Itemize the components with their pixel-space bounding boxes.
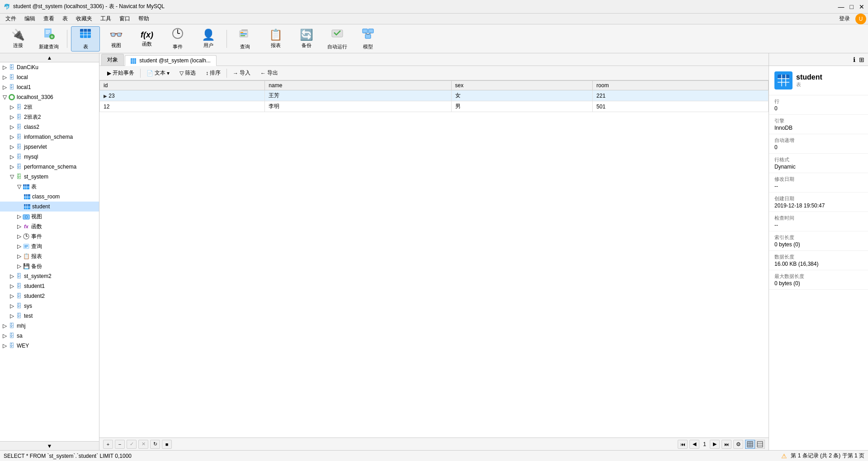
expand-icon[interactable]: ▽: [9, 174, 14, 180]
expand-icon[interactable]: ▷: [9, 164, 14, 170]
grid-panel-icon[interactable]: ⊞: [859, 56, 864, 63]
sidebar-item-class2[interactable]: ▷ 🗄 class2: [0, 122, 99, 132]
menu-favorites[interactable]: 收藏夹: [72, 14, 96, 24]
toolbar-view[interactable]: 👓 视图: [102, 26, 131, 52]
expand-icon[interactable]: ▷: [9, 114, 14, 120]
toolbar-function[interactable]: f(x) 函数: [132, 26, 161, 52]
cancel-row-button[interactable]: ✕: [138, 440, 148, 449]
expand-icon[interactable]: ▷: [16, 223, 22, 230]
expand-icon[interactable]: ▷: [16, 263, 22, 269]
sidebar-item-WEY[interactable]: ▷ 🗄 WEY: [0, 341, 99, 351]
sidebar-item-local[interactable]: ▷ 🗄 local: [0, 72, 99, 82]
expand-icon[interactable]: ▽: [16, 183, 22, 190]
add-row-button[interactable]: +: [103, 440, 113, 449]
toolbar-backup[interactable]: 🔄 备份: [292, 26, 321, 52]
expand-icon[interactable]: ▷: [9, 303, 14, 309]
filter-button[interactable]: ▽ 筛选: [175, 67, 200, 79]
page-settings-button[interactable]: ⚙: [733, 440, 743, 449]
login-button[interactable]: 登录: [835, 14, 854, 24]
sidebar-item-sys[interactable]: ▷ 🗄 sys: [0, 301, 99, 311]
tab-student[interactable]: student @st_system (localh...: [125, 55, 217, 66]
expand-icon[interactable]: ▷: [2, 84, 7, 90]
expand-icon[interactable]: ▷: [9, 104, 14, 110]
expand-icon[interactable]: ▷: [9, 313, 14, 319]
sidebar-item-student[interactable]: student: [0, 202, 99, 212]
expand-icon[interactable]: ▷: [2, 323, 7, 329]
sidebar-item-mhj[interactable]: ▷ 🗄 mhj: [0, 321, 99, 331]
info-panel-icon[interactable]: ℹ: [853, 56, 855, 63]
sidebar-item-class-room[interactable]: class_room: [0, 192, 99, 202]
remove-row-button[interactable]: −: [115, 440, 125, 449]
sidebar-item-student1[interactable]: ▷ 🗄 student1: [0, 281, 99, 291]
sidebar-item-jspservlet[interactable]: ▷ 🗄 jspservlet: [0, 142, 99, 152]
maximize-button[interactable]: □: [850, 3, 854, 10]
sidebar-item-funcs-folder[interactable]: ▷ fx 函数: [0, 221, 99, 231]
expand-icon[interactable]: ▷: [9, 154, 14, 160]
expand-icon[interactable]: ▷: [16, 213, 22, 220]
next-page-button[interactable]: ▶: [710, 440, 720, 449]
sort-button[interactable]: ↕ 排序: [202, 67, 225, 79]
toolbar-report[interactable]: 📋 报表: [261, 26, 290, 52]
toolbar-query[interactable]: 查询: [231, 26, 259, 52]
sidebar-item-events-folder[interactable]: ▷ 事件: [0, 231, 99, 241]
toolbar-user[interactable]: 👤 用户: [194, 26, 223, 52]
expand-icon[interactable]: ▷: [16, 233, 22, 240]
expand-icon[interactable]: ▷: [9, 273, 14, 279]
grid-view-button[interactable]: [745, 440, 755, 449]
sidebar-item-local1[interactable]: ▷ 🗄 local1: [0, 82, 99, 92]
refresh-button[interactable]: ↻: [150, 440, 160, 449]
expand-icon[interactable]: ▷: [2, 74, 7, 80]
begin-transaction-button[interactable]: ▶ 开始事务: [103, 67, 138, 79]
sidebar-item-mysql[interactable]: ▷ 🗄 mysql: [0, 152, 99, 162]
expand-icon[interactable]: ▷: [9, 134, 14, 140]
last-page-button[interactable]: ⏭: [722, 440, 731, 449]
sidebar-item-reports-folder[interactable]: ▷ 📋 报表: [0, 251, 99, 261]
table-row[interactable]: 12 李明 男 501: [100, 101, 769, 112]
import-button[interactable]: → 导入: [229, 67, 255, 79]
sidebar-item-DanCiKu[interactable]: ▷ 🗄 DanCiKu: [0, 62, 99, 72]
expand-icon[interactable]: ▷: [9, 283, 14, 289]
expand-icon[interactable]: ▷: [2, 333, 7, 339]
sidebar-item-2ban2[interactable]: ▷ 🗄 2班表2: [0, 112, 99, 122]
sidebar-item-2ban[interactable]: ▷ 🗄 2班: [0, 102, 99, 112]
close-button[interactable]: ✕: [859, 3, 864, 10]
sidebar-item-localhost-3306[interactable]: ▽ localhost_3306: [0, 92, 99, 102]
toolbar-table[interactable]: 表: [71, 26, 100, 52]
sidebar-item-student2[interactable]: ▷ 🗄 student2: [0, 291, 99, 301]
expand-icon[interactable]: ▷: [9, 144, 14, 150]
sidebar-item-views-folder[interactable]: ▷ 视图: [0, 212, 99, 221]
confirm-button[interactable]: ✓: [127, 440, 137, 449]
menu-view[interactable]: 查看: [40, 14, 58, 24]
table-scroll[interactable]: id name sex room ▶ 23 王芳 女 221: [99, 80, 769, 437]
sidebar-item-information-schema[interactable]: ▷ 🗄 information_schema: [0, 132, 99, 142]
expand-icon[interactable]: ▷: [9, 293, 14, 299]
minimize-button[interactable]: —: [838, 3, 844, 10]
toolbar-autorun[interactable]: 自动运行: [323, 26, 352, 52]
menu-help[interactable]: 帮助: [135, 14, 153, 24]
menu-window[interactable]: 窗口: [116, 14, 134, 24]
form-view-button[interactable]: [755, 440, 765, 449]
toolbar-connect[interactable]: 🔌 连接: [4, 26, 33, 52]
menu-table[interactable]: 表: [59, 14, 71, 24]
toolbar-new-query[interactable]: + 新建查询: [34, 26, 63, 52]
menu-file[interactable]: 文件: [2, 14, 20, 24]
stop-button[interactable]: ■: [162, 440, 172, 449]
toolbar-event[interactable]: 事件: [163, 26, 192, 52]
expand-icon[interactable]: ▽: [2, 94, 7, 100]
menu-tools[interactable]: 工具: [97, 14, 115, 24]
export-button[interactable]: ← 导出: [256, 67, 282, 79]
sidebar-item-test[interactable]: ▷ 🗄 test: [0, 311, 99, 321]
first-page-button[interactable]: ⏮: [678, 440, 688, 449]
menu-edit[interactable]: 编辑: [21, 14, 39, 24]
table-row[interactable]: ▶ 23 王芳 女 221: [100, 90, 769, 101]
sidebar-scroll-up[interactable]: ▲: [0, 53, 99, 62]
expand-icon[interactable]: ▷: [16, 243, 22, 249]
sidebar-scroll-down[interactable]: ▼: [0, 441, 99, 450]
sidebar-item-st-system[interactable]: ▽ 🗄 st_system: [0, 172, 99, 182]
sidebar-item-queries-folder[interactable]: ▷ 查询: [0, 241, 99, 251]
expand-icon[interactable]: ▷: [9, 124, 14, 130]
prev-page-button[interactable]: ◀: [689, 440, 699, 449]
text-button[interactable]: 📄 文本 ▾: [142, 67, 174, 79]
expand-icon[interactable]: ▷: [2, 343, 7, 349]
expand-icon[interactable]: ▷: [2, 64, 7, 71]
